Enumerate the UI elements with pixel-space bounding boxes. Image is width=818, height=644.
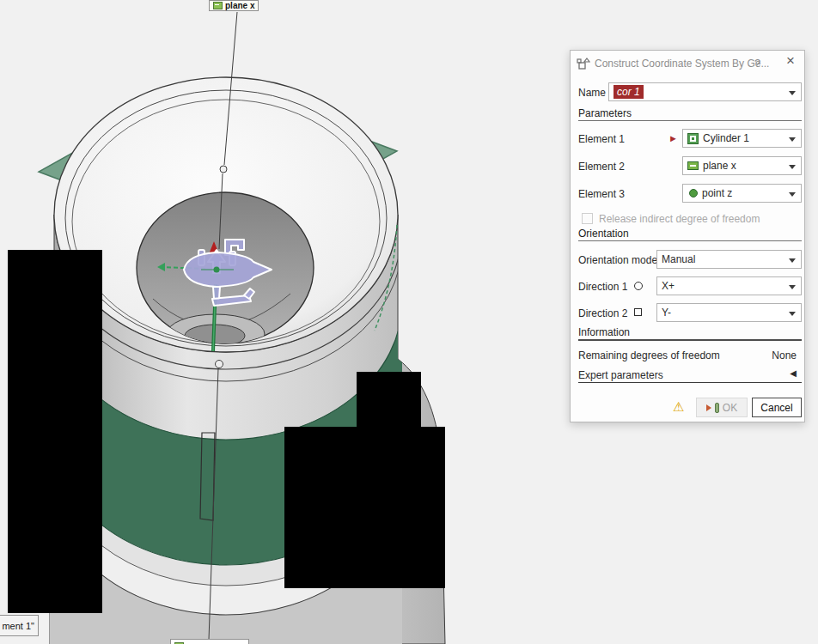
element3-label: Element 3 [578,188,625,200]
element3-combobox[interactable]: point z [682,184,802,203]
element-label-clipped[interactable]: ment 1" [0,615,39,636]
chevron-down-icon[interactable] [789,165,796,169]
dialog-titlebar[interactable]: Construct Coordinate System By Ge... ? × [571,51,804,76]
remaining-dof-label: Remaining degrees of freedom [578,349,720,361]
divider [578,339,802,341]
coordinate-system-icon [577,57,590,70]
chevron-down-icon[interactable] [789,91,796,95]
plane-icon [213,2,223,9]
element1-combobox[interactable]: Cylinder 1 [682,129,802,148]
direction2-label: Direction 2 [578,307,627,319]
orientation-mode-label: Orientation mode [578,254,657,266]
name-value: cor 1 [614,85,644,99]
dialog-title: Construct Coordinate System By Ge... [595,58,769,70]
chevron-down-icon[interactable] [789,192,796,197]
divider [578,240,802,241]
release-dof-label: Release indirect degree of freedom [599,213,760,225]
ok-button[interactable]: OK [696,398,748,417]
direction1-combobox[interactable]: X+ [656,276,802,295]
plane-x-label[interactable]: plane x [209,0,259,11]
direction2-value: Y- [662,307,671,319]
cancel-button-label: Cancel [760,402,792,414]
element-label-text: ment 1" [2,621,34,631]
section-parameters: Parameters [578,107,632,119]
redaction-block-left [8,250,102,613]
collapse-arrow-icon[interactable]: ◀ [790,368,797,378]
chevron-down-icon[interactable] [789,312,796,316]
square-symbol-icon [634,308,642,316]
element1-value: Cylinder 1 [703,132,749,144]
chevron-down-icon[interactable] [789,285,796,289]
release-dof-checkbox[interactable] [582,213,593,224]
divider [578,382,802,383]
chevron-down-icon[interactable] [789,258,796,263]
element3-value: point z [702,187,732,199]
redaction-block-mid [357,372,421,428]
remaining-dof-value: None [772,349,797,361]
section-information: Information [578,326,630,338]
warning-icon: ⚠ [673,399,684,415]
expert-parameters-label[interactable]: Expert parameters [578,369,663,381]
plane-label-text: plane x [225,1,254,10]
divider [578,120,802,121]
direction2-combobox[interactable]: Y- [656,303,802,322]
gizmo-center-point [214,267,220,273]
redaction-block-right [284,427,445,588]
cylinder-icon [687,133,699,144]
recall-arrow-icon[interactable]: ► [668,133,678,143]
direction1-label: Direction 1 [578,281,627,293]
element2-value: plane x [703,160,736,172]
bottom-label-clipped[interactable] [170,639,249,644]
chevron-down-icon[interactable] [789,137,796,142]
name-label: Name [578,87,606,99]
help-button[interactable]: ? [754,57,760,70]
cancel-button[interactable]: Cancel [752,398,802,417]
section-orientation: Orientation [578,228,629,240]
app-window: plane x ment 1" Construct Coordinate Sys… [0,0,818,644]
orientation-mode-combobox[interactable]: Manual [656,250,802,269]
element2-label: Element 2 [578,161,625,173]
point-icon [689,189,698,197]
apply-element-icon [715,403,719,413]
apply-arrow-icon [706,404,711,411]
plane-icon [687,161,699,170]
close-icon[interactable]: × [786,53,795,68]
construct-coordinate-system-dialog: Construct Coordinate System By Ge... ? ×… [570,50,805,422]
element1-label: Element 1 [578,133,625,145]
ok-button-label: OK [723,402,737,414]
direction1-value: X+ [662,280,675,292]
element2-combobox[interactable]: plane x [682,156,802,175]
circle-symbol-icon [634,282,643,290]
name-combobox[interactable]: cor 1 [608,82,802,101]
orientation-mode-value: Manual [662,253,695,265]
